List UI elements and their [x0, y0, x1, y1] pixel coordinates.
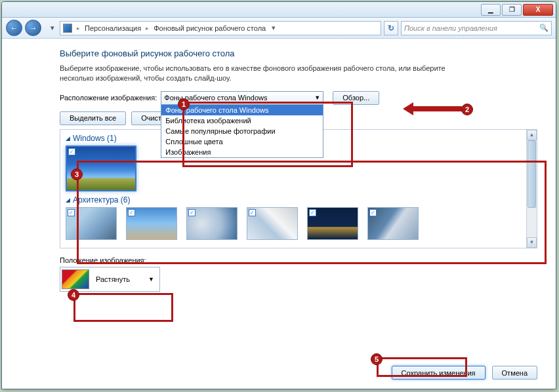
position-preview-icon — [62, 269, 89, 289]
scroll-track[interactable] — [527, 140, 537, 237]
wallpaper-thumb[interactable] — [247, 207, 298, 240]
chevron-down-icon: ▼ — [314, 94, 320, 101]
position-value: Растянуть — [89, 275, 148, 283]
combo-dropdown: Фоны рабочего стола Windows Библиотека и… — [161, 105, 323, 158]
checkbox-icon[interactable] — [128, 209, 135, 216]
search-input[interactable]: Поиск в панели управления 🔍 — [401, 21, 552, 35]
checkbox-icon[interactable] — [369, 209, 377, 216]
cancel-button[interactable]: Отмена — [492, 366, 537, 380]
search-icon: 🔍 — [539, 24, 549, 32]
combo-option[interactable]: Сплошные цвета — [161, 136, 323, 147]
wallpaper-thumb[interactable] — [367, 207, 419, 240]
page-description: Выберите изображение, чтобы использовать… — [60, 64, 480, 83]
position-label: Положение изображения: — [60, 256, 537, 264]
scroll-thumb[interactable] — [528, 140, 536, 208]
checkbox-icon[interactable] — [249, 209, 256, 216]
search-placeholder: Поиск в панели управления — [404, 24, 497, 32]
combo-option[interactable]: Самые популярные фотографии — [161, 126, 323, 136]
footer: Сохранить изменения Отмена — [392, 366, 537, 380]
callout-4: 4 — [68, 289, 79, 301]
wallpaper-thumb[interactable] — [126, 207, 177, 240]
address-bar[interactable]: ▸ Персонализация ▸ Фоновый рисунок рабоч… — [60, 21, 381, 35]
chevron-down-icon: ▼ — [148, 276, 158, 283]
titlebar: ▁ ❐ X — [2, 2, 556, 18]
picture-location-row: Расположение изображения: Фоны рабочего … — [60, 91, 537, 105]
refresh-button[interactable]: ↻ — [384, 21, 398, 35]
browse-button[interactable]: Обзор... — [333, 91, 379, 105]
callout-5: 5 — [371, 353, 383, 365]
address-drop-icon[interactable]: ▾ — [268, 24, 279, 32]
vertical-scrollbar[interactable]: ▲ ▼ — [526, 130, 537, 248]
category-architecture[interactable]: ◢ Архитектура (6) — [66, 195, 531, 205]
scroll-down-button[interactable]: ▼ — [527, 237, 537, 248]
breadcrumb-1[interactable]: Персонализация — [85, 24, 141, 32]
callout-2: 2 — [461, 104, 473, 115]
minimize-button[interactable]: ▁ — [481, 4, 501, 16]
wallpaper-thumb[interactable] — [66, 207, 117, 240]
control-panel-icon — [63, 24, 72, 33]
checkbox-icon[interactable] — [309, 209, 316, 216]
save-button[interactable]: Сохранить изменения — [392, 366, 486, 380]
wallpaper-thumb[interactable] — [307, 207, 358, 240]
position-dropdown[interactable]: Растянуть ▼ — [60, 267, 160, 292]
checkbox-icon[interactable] — [68, 209, 75, 216]
picture-location-label: Расположение изображения: — [60, 94, 157, 102]
scroll-up-button[interactable]: ▲ — [527, 130, 537, 140]
checkbox-icon[interactable] — [68, 148, 75, 155]
separator-icon: ▸ — [144, 25, 151, 31]
close-button[interactable]: X — [523, 4, 553, 16]
content: Выберите фоновый рисунок рабочего стола … — [2, 39, 556, 389]
forward-button[interactable]: → — [25, 20, 41, 36]
breadcrumb-2[interactable]: Фоновый рисунок рабочего стола — [154, 24, 266, 32]
separator-icon: ▸ — [75, 25, 82, 31]
navbar: ← → ▾ ▸ Персонализация ▸ Фоновый рисунок… — [2, 18, 556, 39]
combo-option[interactable]: Библиотека изображений — [161, 115, 323, 126]
window: ▁ ❐ X ← → ▾ ▸ Персонализация ▸ Фоновый р… — [1, 1, 556, 389]
select-all-button[interactable]: Выделить все — [60, 111, 126, 125]
page-title: Выберите фоновый рисунок рабочего стола — [60, 49, 537, 58]
collapse-icon: ◢ — [66, 135, 70, 142]
callout-3: 3 — [71, 168, 83, 180]
collapse-icon: ◢ — [66, 197, 70, 203]
chevron-down-icon[interactable]: ▾ — [48, 24, 57, 32]
annotation-arrow-2 — [403, 104, 462, 114]
wallpaper-thumb[interactable] — [186, 207, 238, 240]
callout-1: 1 — [178, 98, 190, 110]
back-button[interactable]: ← — [6, 20, 22, 36]
checkbox-icon[interactable] — [188, 209, 196, 216]
maximize-button[interactable]: ❐ — [502, 4, 522, 16]
combo-option[interactable]: Изображения — [161, 147, 323, 157]
